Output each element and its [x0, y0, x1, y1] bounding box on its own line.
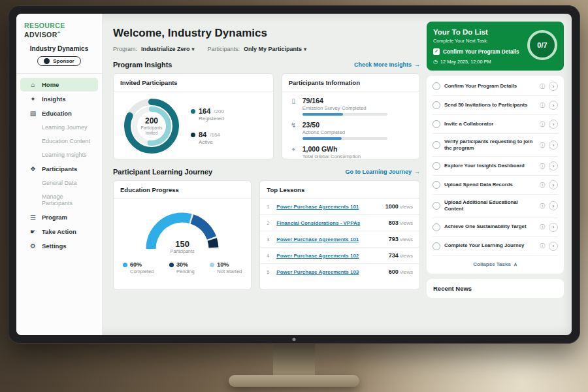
- sidebar-item-participants[interactable]: ❖ Participants: [20, 162, 98, 176]
- views-word: views: [400, 269, 413, 275]
- app-logo: RESOURCE ADVISOR+: [16, 22, 102, 39]
- task-checkbox[interactable]: [433, 223, 440, 231]
- info-icon[interactable]: ⓘ: [540, 242, 545, 250]
- info-icon[interactable]: ⓘ: [540, 142, 545, 149]
- legend-label: Completed: [130, 269, 154, 274]
- sidebar-item-manage-participants[interactable]: Manage Participants: [20, 190, 98, 210]
- task-checkbox[interactable]: [433, 242, 440, 250]
- gear-icon: ⚙: [29, 242, 37, 250]
- lesson-views: 1000: [385, 203, 399, 210]
- todo-task[interactable]: Invite a Collaborator ⓘ ›: [433, 115, 558, 134]
- chevron-right-icon[interactable]: ›: [549, 82, 558, 91]
- sidebar-item-general-data[interactable]: General Data: [20, 176, 98, 189]
- info-icon[interactable]: ⓘ: [540, 163, 545, 170]
- chevron-up-icon: ∧: [514, 261, 517, 267]
- task-checkbox[interactable]: [433, 181, 440, 189]
- sidebar-item-learning-insights[interactable]: Learning Insights: [20, 148, 98, 161]
- todo-task[interactable]: Send 50 Invitations to Participants ⓘ ›: [433, 96, 558, 115]
- sidebar-item-home[interactable]: ⌂ Home: [20, 78, 98, 91]
- legend-total: /164: [210, 132, 220, 138]
- participants-filter-dropdown[interactable]: Only My Participants ▾: [244, 46, 306, 52]
- todo-task[interactable]: Complete Your Learning Journey ⓘ ›: [433, 237, 558, 256]
- lesson-rank: 5: [267, 269, 272, 275]
- todo-task[interactable]: Confirm Your Program Details ⓘ ›: [433, 77, 558, 96]
- chevron-right-icon[interactable]: ›: [549, 161, 558, 171]
- task-checkbox[interactable]: [433, 101, 440, 109]
- sidebar-item-insights[interactable]: ✦ Insights: [20, 92, 98, 106]
- chevron-right-icon[interactable]: ›: [549, 201, 558, 210]
- go-to-learning-journey-link[interactable]: Go to Learning Journey →: [345, 169, 420, 175]
- gauge-center-value: 150: [140, 239, 225, 249]
- legend-item-active: 84 /164 Active: [191, 131, 224, 145]
- invited-participants-card: Invited Participants 200 Partic: [113, 73, 274, 159]
- recent-news-header[interactable]: Recent News: [427, 279, 564, 298]
- info-icon[interactable]: ⓘ: [540, 121, 545, 128]
- due-date: 12 May 2025, 12:00 PM: [440, 59, 491, 65]
- sidebar-item-education-content[interactable]: Education Content: [20, 135, 98, 148]
- legend-value: 84: [199, 131, 206, 139]
- chevron-right-icon[interactable]: ›: [549, 120, 558, 129]
- todo-task[interactable]: Upload Additional Educational Content ⓘ …: [433, 195, 558, 218]
- participants-information-card: Participants Information ▯ 79/164 Emissi…: [282, 73, 420, 159]
- task-checkbox[interactable]: [433, 202, 440, 210]
- learning-journey-cards: Education Progress 150 Participants: [113, 180, 420, 290]
- program-filter-dropdown[interactable]: Industrialize Zero ▾: [141, 46, 195, 52]
- lesson-link[interactable]: Power Purchase Agreements 102: [276, 253, 384, 259]
- lesson-link[interactable]: Power Purchase Agreements 101: [276, 237, 384, 242]
- task-checkbox[interactable]: [433, 162, 440, 170]
- home-icon: ⌂: [29, 81, 37, 88]
- chevron-right-icon[interactable]: ›: [549, 180, 558, 189]
- lesson-link[interactable]: Financial Considerations - VPPAs: [276, 220, 384, 226]
- task-checkbox[interactable]: [433, 120, 440, 128]
- checkbox-icon[interactable]: ✓: [433, 48, 440, 55]
- next-task-label: Confirm Your Program Details: [443, 49, 519, 55]
- info-icon[interactable]: ⓘ: [540, 102, 545, 109]
- chevron-right-icon[interactable]: ›: [549, 140, 558, 150]
- sidebar-item-learning-journey[interactable]: Learning Journey: [20, 121, 98, 134]
- education-progress-card: Education Progress 150 Participants: [113, 180, 252, 290]
- donut-center-label: Participants Invited: [136, 125, 167, 136]
- stat-value: 1,000 GWh: [302, 145, 361, 153]
- stat-label: Emission Survey Completed: [302, 105, 387, 111]
- collapse-tasks-button[interactable]: Collapse Tasks ∧: [433, 256, 558, 272]
- info-icon[interactable]: ⓘ: [540, 223, 545, 231]
- lesson-row: 3 Power Purchase Agreements 101 793 view…: [260, 231, 419, 248]
- task-label: Upload Spend Data Records: [444, 182, 536, 188]
- lesson-rank: 4: [267, 253, 272, 259]
- info-icon[interactable]: ⓘ: [540, 203, 545, 210]
- chevron-right-icon[interactable]: ›: [549, 223, 558, 232]
- legend-dot: [191, 109, 195, 114]
- todo-task[interactable]: Achieve One Sustainability Target ⓘ ›: [433, 218, 558, 237]
- task-checkbox[interactable]: [433, 141, 440, 149]
- chevron-right-icon[interactable]: ›: [549, 242, 558, 251]
- sponsor-badge[interactable]: Sponsor: [37, 56, 80, 66]
- sidebar-item-settings[interactable]: ⚙ Settings: [20, 239, 98, 253]
- lesson-link[interactable]: Power Purchase Agreements 101: [276, 204, 380, 210]
- info-icon[interactable]: ⓘ: [540, 182, 545, 189]
- program-insights-section-header: Program Insights Check More Insights →: [113, 61, 420, 69]
- education-icon: ▤: [29, 110, 37, 117]
- progress-fill: [302, 113, 343, 116]
- todo-task[interactable]: Verify participants requesting to join t…: [433, 134, 558, 157]
- progress-track: [302, 137, 387, 140]
- sidebar-item-education[interactable]: ▤ Education: [20, 106, 98, 120]
- task-label: Send 50 Invitations to Participants: [444, 102, 536, 108]
- todo-task[interactable]: Explore Your Insights Dashboard ⓘ ›: [433, 157, 558, 176]
- sidebar-item-take-action[interactable]: ☛ Take Action: [20, 225, 98, 238]
- todo-panel: Your To Do List Complete Your Next Task:…: [427, 14, 572, 335]
- check-more-insights-link[interactable]: Check More Insights →: [354, 61, 420, 68]
- stat-label: Actions Completed: [302, 129, 387, 135]
- sidebar-item-label: Take Action: [42, 228, 76, 235]
- sidebar-item-label: Education Content: [42, 138, 90, 144]
- todo-task[interactable]: Upload Spend Data Records ⓘ ›: [433, 176, 558, 195]
- lesson-link[interactable]: Power Purchase Agreements 103: [276, 269, 384, 275]
- sidebar-divider: [16, 73, 102, 74]
- participants-filter-label: Participants:: [208, 46, 240, 52]
- task-checkbox[interactable]: [433, 82, 440, 90]
- chevron-right-icon[interactable]: ›: [549, 101, 558, 110]
- legend-item-pending: 30% Pending: [169, 261, 195, 274]
- next-task-row[interactable]: ✓ Confirm Your Program Details: [433, 48, 531, 55]
- sidebar-item-program[interactable]: ☰ Program: [20, 210, 98, 224]
- main-content: Welcome, Industry Dynamics Program: Indu…: [103, 14, 427, 335]
- info-icon[interactable]: ⓘ: [540, 83, 545, 90]
